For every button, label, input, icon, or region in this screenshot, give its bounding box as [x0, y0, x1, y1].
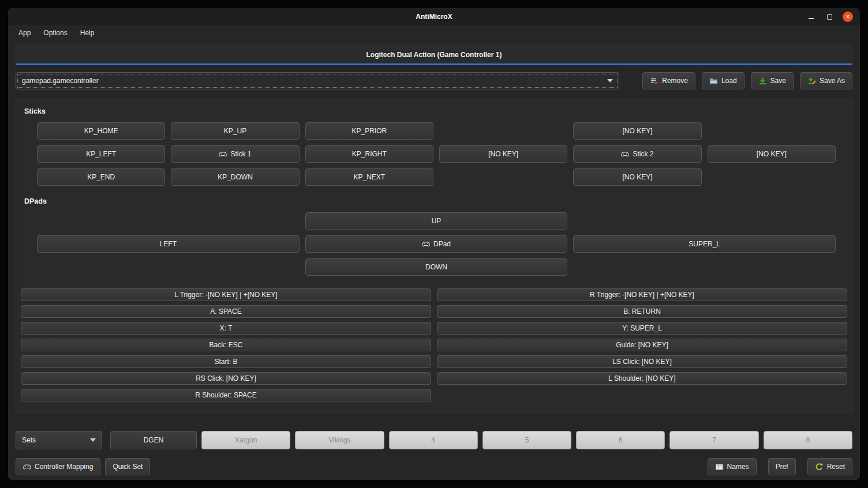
- stick2-left-button[interactable]: [NO KEY]: [439, 145, 567, 163]
- chevron-down-icon: [607, 79, 613, 82]
- dpad-down-button[interactable]: DOWN: [305, 258, 568, 276]
- profile-combobox[interactable]: gamepad.gamecontroller: [16, 72, 619, 89]
- l-trigger-button[interactable]: L Trigger: -[NO KEY] | +[NO KEY]: [21, 288, 431, 301]
- save-as-button[interactable]: Save As: [800, 72, 852, 89]
- dpads-heading: DPads: [24, 197, 847, 205]
- sets-dropdown-label: Sets: [22, 436, 36, 444]
- gamepad-icon: [621, 152, 629, 157]
- guide-button[interactable]: Guide: [NO KEY]: [437, 339, 847, 351]
- close-icon: ×: [845, 13, 850, 20]
- r-shoulder-button[interactable]: R Shoulder: SPACE: [21, 389, 431, 401]
- stick2-up-button[interactable]: [NO KEY]: [573, 122, 701, 140]
- content: Logitech Dual Action (Game Controller 1)…: [8, 40, 860, 480]
- set-tab-6[interactable]: 6: [576, 431, 665, 449]
- reset-label: Reset: [827, 463, 845, 471]
- stick1-center-label: Stick 1: [230, 150, 251, 158]
- remove-button[interactable]: Remove: [642, 72, 695, 89]
- l-shoulder-button[interactable]: L Shoulder: [NO KEY]: [437, 372, 847, 385]
- window-title: AntiMicroX: [8, 13, 860, 21]
- sets-dropdown-button[interactable]: Sets: [16, 431, 102, 449]
- pref-label: Pref: [776, 463, 788, 471]
- dpad-center-label: DPad: [433, 240, 451, 248]
- save-button-label: Save: [770, 77, 786, 85]
- minimize-button[interactable]: [806, 12, 816, 22]
- maximize-button[interactable]: [824, 12, 835, 22]
- controller-panel: Sticks KP_HOME KP_UP KP_PRIOR [NO KEY] K…: [16, 99, 852, 412]
- back-button[interactable]: Back: ESC: [21, 339, 431, 351]
- menu-app[interactable]: App: [14, 27, 35, 39]
- set-tab-4[interactable]: 4: [389, 431, 478, 449]
- load-button-label: Load: [721, 77, 737, 85]
- ls-click-button[interactable]: LS Click: [NO KEY]: [437, 355, 847, 368]
- tab-accent-underline: [16, 63, 852, 65]
- stick1-right-button[interactable]: KP_RIGHT: [305, 145, 433, 163]
- footer: Controller Mapping Quick Set Names: [16, 458, 852, 475]
- r-trigger-button[interactable]: R Trigger: -[NO KEY] | +[NO KEY]: [437, 288, 847, 301]
- empty-cell: [437, 389, 847, 401]
- dpad-left-button[interactable]: LEFT: [37, 235, 300, 253]
- a-button[interactable]: A: SPACE: [21, 305, 431, 318]
- profile-row: gamepad.gamecontroller Remove: [16, 72, 852, 89]
- controller-tab-label: Logitech Dual Action (Game Controller 1): [366, 51, 502, 59]
- profile-combobox-value: gamepad.gamecontroller: [22, 77, 99, 85]
- controller-tab[interactable]: Logitech Dual Action (Game Controller 1): [16, 46, 852, 63]
- profile-toolbar: Remove Load: [642, 72, 852, 89]
- pref-button[interactable]: Pref: [768, 458, 796, 475]
- load-folder-icon: [709, 77, 718, 85]
- quick-set-label: Quick Set: [113, 463, 143, 471]
- footer-right-group: Names Pref Reset: [708, 458, 852, 475]
- rs-click-button[interactable]: RS Click: [NO KEY]: [21, 372, 431, 385]
- screen: AntiMicroX × App Options Help Logi: [0, 0, 868, 488]
- save-as-icon: [807, 77, 816, 85]
- stick2-right-button[interactable]: [NO KEY]: [708, 145, 836, 163]
- stick1-up-button[interactable]: KP_UP: [171, 122, 299, 140]
- set-tab-5[interactable]: 5: [482, 431, 571, 449]
- window-controls: ×: [806, 12, 860, 22]
- stick1-left-button[interactable]: KP_LEFT: [37, 145, 165, 163]
- gamepad-icon: [422, 242, 430, 247]
- controller-mapping-button[interactable]: Controller Mapping: [16, 458, 100, 475]
- close-button[interactable]: ×: [843, 12, 853, 22]
- stick2-down-button[interactable]: [NO KEY]: [573, 168, 701, 186]
- sticks-heading: Sticks: [24, 107, 847, 115]
- menu-options[interactable]: Options: [39, 27, 72, 39]
- remove-button-label: Remove: [662, 77, 688, 85]
- set-tab-xargon[interactable]: Xargon: [201, 431, 290, 449]
- names-label: Names: [727, 463, 749, 471]
- stick1-down-left-button[interactable]: KP_END: [37, 168, 165, 186]
- reset-button[interactable]: Reset: [807, 458, 852, 475]
- stick1-up-right-button[interactable]: KP_PRIOR: [305, 122, 433, 140]
- set-tab-8[interactable]: 8: [764, 431, 852, 449]
- dpad-up-button[interactable]: UP: [305, 212, 568, 230]
- load-button[interactable]: Load: [702, 72, 744, 89]
- button-mapping-grid: L Trigger: -[NO KEY] | +[NO KEY] R Trigg…: [21, 288, 847, 401]
- reset-icon: [815, 463, 824, 471]
- set-tab-dgen[interactable]: DGEN: [110, 431, 197, 449]
- set-tab-7[interactable]: 7: [669, 431, 758, 449]
- dpad-right-button[interactable]: SUPER_L: [573, 235, 836, 253]
- stick2-center-label: Stick 2: [633, 150, 653, 158]
- y-button[interactable]: Y: SUPER_L: [437, 322, 847, 335]
- quick-set-button[interactable]: Quick Set: [105, 458, 150, 475]
- gamepad-icon: [219, 152, 227, 157]
- remove-icon: [650, 77, 659, 85]
- titlebar: AntiMicroX ×: [8, 8, 860, 25]
- names-button[interactable]: Names: [708, 458, 757, 475]
- b-button[interactable]: B: RETURN: [437, 305, 847, 318]
- gamepad-icon: [23, 464, 31, 470]
- set-tab-vikings[interactable]: Vikings: [295, 431, 384, 449]
- save-icon: [758, 77, 767, 85]
- names-icon: [715, 463, 724, 471]
- menu-help[interactable]: Help: [76, 27, 99, 39]
- stick1-down-button[interactable]: KP_DOWN: [171, 168, 299, 186]
- save-button[interactable]: Save: [751, 72, 794, 89]
- x-button[interactable]: X: T: [21, 322, 431, 335]
- start-button[interactable]: Start: B: [21, 355, 431, 368]
- dpad-center-button[interactable]: DPad: [305, 235, 568, 253]
- stick1-down-right-button[interactable]: KP_NEXT: [305, 168, 433, 186]
- minimize-icon: [809, 18, 814, 19]
- stick2-center-button[interactable]: Stick 2: [573, 145, 701, 163]
- dpad-grid: UP LEFT DPad SUPER_L DOWN: [37, 212, 836, 276]
- stick1-up-left-button[interactable]: KP_HOME: [37, 122, 165, 140]
- stick1-center-button[interactable]: Stick 1: [171, 145, 299, 163]
